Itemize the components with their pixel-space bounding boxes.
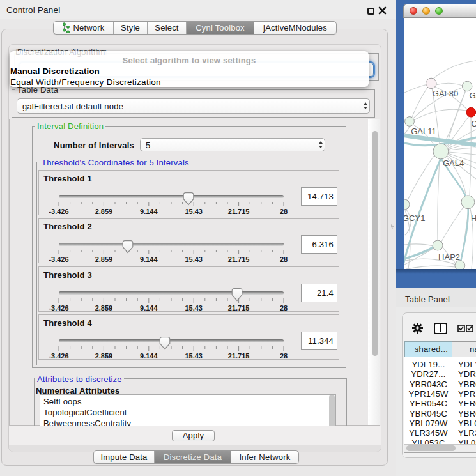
svg-text:C: C xyxy=(472,119,476,128)
svg-text:GAL80: GAL80 xyxy=(433,89,458,98)
svg-text:GA: GA xyxy=(470,91,476,100)
svg-text:GCY1: GCY1 xyxy=(404,213,425,223)
svg-text:GAL11: GAL11 xyxy=(411,127,436,136)
svg-text:HA: HA xyxy=(471,213,476,223)
svg-text:GAL4: GAL4 xyxy=(443,158,464,168)
svg-text:HAP2: HAP2 xyxy=(438,252,460,262)
